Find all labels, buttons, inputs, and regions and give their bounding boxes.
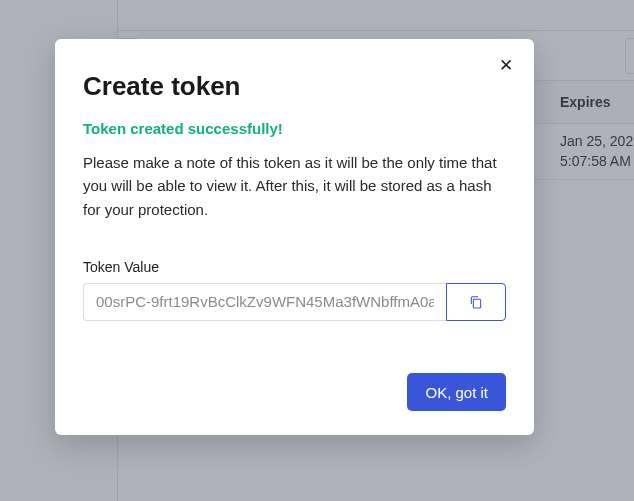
token-value-field[interactable] xyxy=(83,283,446,321)
create-token-modal: ✕ Create token Token created successfull… xyxy=(55,39,534,435)
success-message: Token created successfully! xyxy=(83,120,506,137)
modal-title: Create token xyxy=(83,71,506,102)
close-icon: ✕ xyxy=(499,56,513,75)
copy-token-button[interactable] xyxy=(446,283,506,321)
copy-icon xyxy=(468,294,484,310)
close-button[interactable]: ✕ xyxy=(494,53,518,77)
token-value-label: Token Value xyxy=(83,259,506,275)
ok-got-it-button[interactable]: OK, got it xyxy=(407,373,506,411)
info-message: Please make a note of this token as it w… xyxy=(83,151,506,221)
svg-rect-0 xyxy=(473,299,480,308)
